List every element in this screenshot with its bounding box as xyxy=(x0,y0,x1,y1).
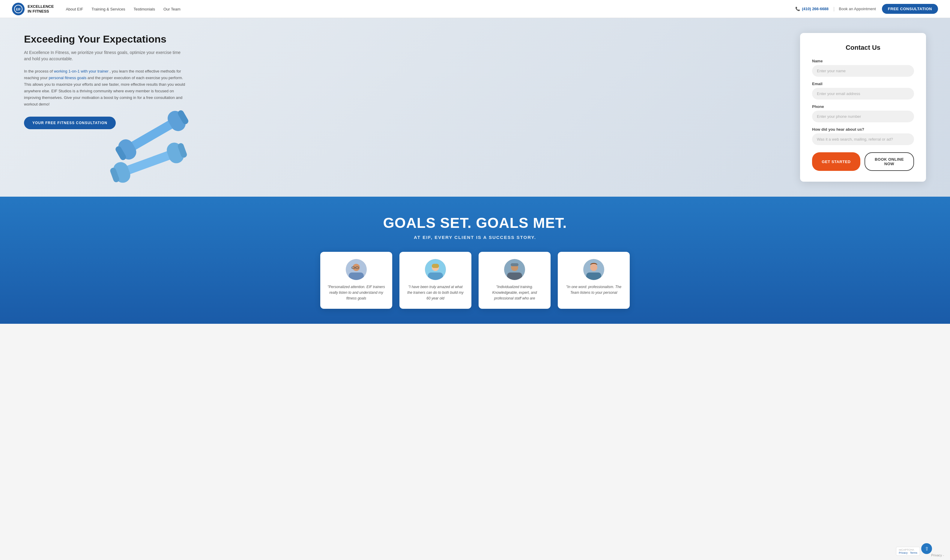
svg-rect-20 xyxy=(432,264,439,268)
testimonial-card-2: "I have been truly amazed at what the tr… xyxy=(399,252,471,309)
testimonial-text-1: "Personalized attention. EIF trainers re… xyxy=(326,284,386,302)
goals-section: GOALS SET. GOALS MET. AT EIF, EVERY CLIE… xyxy=(0,197,950,324)
testimonial-card-3: "Individualized training. Knowledgeable,… xyxy=(479,252,551,309)
svg-rect-21 xyxy=(428,272,443,280)
email-form-group: Email xyxy=(812,82,914,100)
contact-form-card: Contact Us Name Email Phone How did you … xyxy=(800,33,926,182)
logo-text: EXCELLENCE IN FITNESS xyxy=(28,4,54,14)
nav-testimonials[interactable]: Testimonials xyxy=(134,7,155,11)
svg-text:EIF: EIF xyxy=(16,8,21,11)
hear-form-group: How did you hear about us? xyxy=(812,127,914,145)
testimonial-avatar-1 xyxy=(346,259,367,280)
goals-title: GOALS SET. GOALS MET. xyxy=(18,215,932,231)
svg-rect-24 xyxy=(511,263,519,266)
email-label: Email xyxy=(812,82,914,86)
hero-consultation-button[interactable]: YOUR FREE FITNESS CONSULTATION xyxy=(24,117,116,129)
hero-section: Exceeding Your Expectations At Excellenc… xyxy=(0,18,950,197)
svg-rect-28 xyxy=(586,272,601,280)
phone-input[interactable] xyxy=(812,111,914,122)
testimonial-text-4: "In one word: professionalism. The Team … xyxy=(564,284,624,295)
phone-icon: 📞 xyxy=(795,6,800,11)
hero-title: Exceeding Your Expectations xyxy=(24,33,186,45)
hear-input[interactable] xyxy=(812,134,914,145)
testimonial-text-2: "I have been truly amazed at what the tr… xyxy=(405,284,465,302)
name-form-group: Name xyxy=(812,59,914,77)
logo-icon: EIF xyxy=(12,3,25,15)
hero-link-fitness-goals[interactable]: personal fitness goals xyxy=(49,75,86,80)
testimonial-card-1: "Personalized attention. EIF trainers re… xyxy=(320,252,392,309)
form-buttons: GET STARTED BOOK ONLINE NOW xyxy=(812,152,914,171)
navigation: EIF EXCELLENCE IN FITNESS About EIF Trai… xyxy=(0,0,950,18)
nav-about[interactable]: About EIF xyxy=(66,7,83,11)
testimonial-card-4: "In one word: professionalism. The Team … xyxy=(558,252,630,309)
contact-form-title: Contact Us xyxy=(812,44,914,52)
nav-links: About EIF Training & Services Testimonia… xyxy=(66,6,795,12)
nav-training[interactable]: Training & Services xyxy=(91,7,125,11)
hero-body: In the process of working 1-on-1 with yo… xyxy=(24,68,186,108)
testimonial-text-3: "Individualized training. Knowledgeable,… xyxy=(485,284,545,302)
testimonial-avatar-4 xyxy=(583,259,604,280)
goals-subtitle: AT EIF, EVERY CLIENT IS A SUCCESS STORY. xyxy=(18,235,932,240)
hero-subtitle: At Excellence In Fitness, we prioritize … xyxy=(24,49,186,62)
hero-link-trainer[interactable]: working 1-on-1 with your trainer xyxy=(54,69,109,74)
nav-phone: 📞 (410) 266-6688 xyxy=(795,6,828,11)
phone-label: Phone xyxy=(812,104,914,109)
testimonials-row: "Personalized attention. EIF trainers re… xyxy=(18,252,932,309)
phone-form-group: Phone xyxy=(812,104,914,122)
logo-link[interactable]: EIF EXCELLENCE IN FITNESS xyxy=(12,3,54,15)
nav-team[interactable]: Our Team xyxy=(163,7,180,11)
hear-label: How did you hear about us? xyxy=(812,127,914,132)
nav-book-appointment[interactable]: Book an Appointment xyxy=(839,6,876,11)
svg-rect-25 xyxy=(507,272,522,280)
nav-divider: | xyxy=(833,6,835,12)
get-started-button[interactable]: GET STARTED xyxy=(812,152,860,171)
svg-point-27 xyxy=(590,264,597,271)
testimonial-avatar-2 xyxy=(425,259,446,280)
name-input[interactable] xyxy=(812,65,914,77)
email-input[interactable] xyxy=(812,88,914,100)
hero-content: Exceeding Your Expectations At Excellenc… xyxy=(24,33,186,129)
testimonial-avatar-3 xyxy=(504,259,525,280)
name-label: Name xyxy=(812,59,914,63)
nav-free-consultation-button[interactable]: FREE CONSULTATION xyxy=(882,4,938,14)
book-online-button[interactable]: BOOK ONLINE NOW xyxy=(865,152,914,171)
svg-rect-14 xyxy=(349,272,364,280)
